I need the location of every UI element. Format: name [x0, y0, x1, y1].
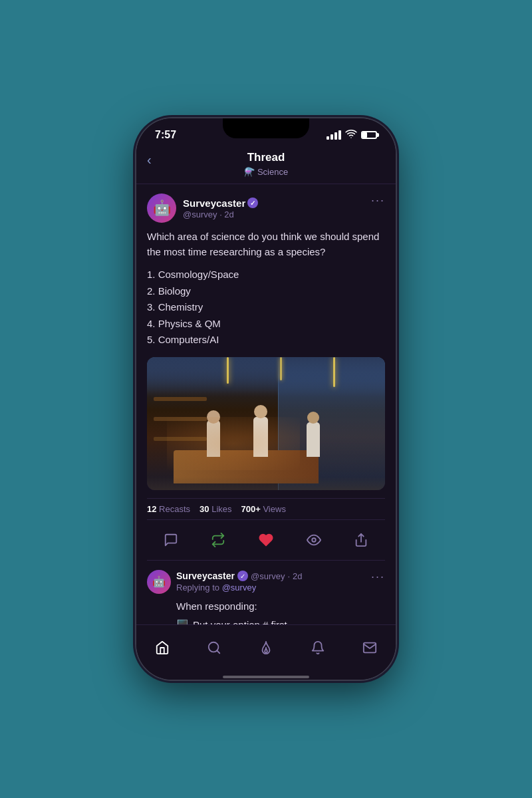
option-4: 4. Physics & QM — [147, 317, 385, 332]
reply-handle: @survey — [251, 571, 285, 581]
wifi-icon — [345, 128, 357, 142]
home-indicator — [136, 676, 396, 680]
channel-name: Science — [257, 167, 288, 177]
option-2: 2. Biology — [147, 284, 385, 299]
notch — [223, 118, 309, 138]
author-handle: @survey — [183, 209, 217, 219]
phone-frame: 7:57 — [136, 118, 396, 680]
avatar[interactable]: 🤖 — [147, 194, 176, 223]
username-row: Surveycaster ✓ — [183, 198, 258, 209]
option-5: 5. Computers/AI — [147, 332, 385, 348]
heart-icon — [259, 533, 273, 547]
home-icon — [155, 640, 170, 655]
lab-scene-illustration — [147, 357, 385, 490]
phone-screen: 7:57 — [136, 118, 396, 680]
reply-intro: When responding: — [176, 599, 385, 614]
flame-icon — [259, 640, 273, 655]
replying-to-handle: @survey — [222, 583, 257, 593]
reply-header: 🤖 Surveycaster ✓ @survey · 2d Re — [147, 570, 385, 594]
status-time: 7:57 — [155, 129, 176, 141]
svg-point-1 — [312, 538, 316, 542]
signal-icon — [327, 130, 341, 140]
reply-author-name: Surveycaster — [176, 571, 235, 581]
page-title: Thread — [247, 151, 285, 164]
reply-user-info: Surveycaster ✓ @survey · 2d Replying to … — [176, 571, 303, 593]
views-label: Views — [263, 504, 285, 514]
author-name: Surveycaster — [183, 198, 245, 209]
search-icon — [207, 640, 221, 655]
recasts-stat: 12 Recasts — [147, 504, 190, 514]
recast-button[interactable] — [206, 528, 230, 552]
comment-icon — [164, 533, 178, 547]
verified-badge: ✓ — [247, 198, 258, 208]
post-stats: 12 Recasts 30 Likes 700+ Views — [147, 498, 385, 520]
reply-more-button[interactable]: ··· — [371, 570, 385, 584]
post-options: 1. Cosmology/Space 2. Biology 3. Chemist… — [147, 267, 385, 348]
post-header: 🤖 Surveycaster ✓ @survey · 2d — [147, 194, 385, 223]
battery-icon — [361, 131, 377, 139]
reply-body: When responding: 🖥️ Put your option # fi… — [176, 599, 385, 625]
nav-search[interactable] — [200, 633, 229, 662]
reply-dot: · — [287, 571, 290, 581]
reply-user: 🤖 Surveycaster ✓ @survey · 2d Re — [147, 570, 303, 594]
mail-icon — [362, 640, 377, 655]
thread-header: ‹ Thread ⚗️ Science — [136, 146, 396, 184]
main-post: 🤖 Surveycaster ✓ @survey · 2d — [136, 184, 396, 561]
reply-option: 🖥️ Put your option # first — [176, 618, 385, 624]
post-timestamp: 2d — [224, 209, 233, 219]
likes-label: Likes — [211, 504, 231, 514]
reply-avatar-emoji: 🤖 — [152, 575, 166, 588]
svg-point-0 — [350, 137, 352, 138]
reply-avatar[interactable]: 🤖 — [147, 570, 171, 594]
post-user: 🤖 Surveycaster ✓ @survey · 2d — [147, 194, 258, 223]
channel-badge: ⚗️ Science — [244, 167, 288, 177]
reply-option-emoji: 🖥️ — [176, 618, 189, 624]
nav-trending[interactable] — [251, 633, 281, 662]
views-button[interactable] — [302, 528, 326, 552]
reply-username-row: Surveycaster ✓ @survey · 2d — [176, 571, 303, 581]
post-image — [147, 357, 385, 490]
post-actions — [147, 520, 385, 561]
recasts-label-text: Recasts — [159, 504, 190, 514]
channel-emoji: ⚗️ — [244, 167, 255, 177]
reply-option-text: Put your option # first — [193, 618, 287, 624]
reply-timestamp: 2d — [293, 571, 302, 581]
user-info: Surveycaster ✓ @survey · 2d — [183, 198, 258, 219]
comment-button[interactable] — [159, 528, 183, 552]
bottom-nav — [136, 624, 396, 676]
nav-home[interactable] — [148, 633, 177, 662]
replying-to: Replying to @survey — [176, 583, 303, 593]
option-1: 1. Cosmology/Space — [147, 267, 385, 283]
views-count: 700+ — [241, 504, 261, 514]
views-stat: 700+ Views — [241, 504, 286, 514]
recast-icon — [211, 533, 225, 547]
recasts-count: 12 — [147, 504, 156, 514]
svg-line-4 — [217, 650, 219, 653]
likes-stat: 30 Likes — [200, 504, 231, 514]
share-icon — [354, 533, 368, 547]
option-3: 3. Chemistry — [147, 300, 385, 315]
post-question: Which area of science do you think we sh… — [147, 229, 385, 259]
bell-icon — [311, 640, 325, 655]
share-button[interactable] — [349, 528, 373, 552]
likes-count: 30 — [200, 504, 209, 514]
nav-notifications[interactable] — [303, 633, 332, 662]
avatar-emoji: 🤖 — [153, 200, 171, 217]
reply-verified-badge: ✓ — [237, 571, 248, 581]
back-button[interactable]: ‹ — [147, 152, 152, 168]
nav-messages[interactable] — [355, 633, 384, 662]
scroll-area[interactable]: 🤖 Surveycaster ✓ @survey · 2d — [136, 184, 396, 624]
post-handle: @survey · 2d — [183, 209, 258, 219]
status-icons — [327, 128, 377, 142]
reply-post: 🤖 Surveycaster ✓ @survey · 2d Re — [136, 561, 396, 625]
post-more-button[interactable]: ··· — [371, 194, 385, 207]
like-button[interactable] — [254, 528, 278, 552]
post-body: Which area of science do you think we sh… — [147, 229, 385, 348]
eye-icon — [307, 533, 321, 547]
